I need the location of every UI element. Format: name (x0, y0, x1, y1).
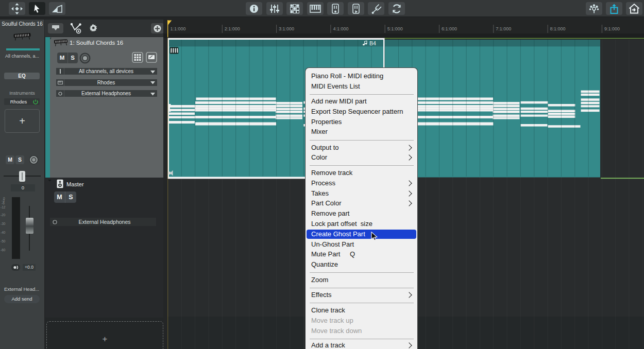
svg-text:B4: B4 (369, 40, 376, 46)
svg-text:2:1:000: 2:1:000 (225, 26, 240, 31)
svg-text:1:1:000: 1:1:000 (171, 26, 186, 31)
svg-text:9:1:000: 9:1:000 (604, 26, 620, 31)
svg-text:3:1:000: 3:1:000 (279, 26, 294, 31)
svg-text:8:1:000: 8:1:000 (550, 26, 566, 31)
svg-text:5:1:000: 5:1:000 (387, 26, 403, 31)
svg-text:7:1:000: 7:1:000 (496, 26, 511, 31)
svg-text:6:1:000: 6:1:000 (442, 26, 457, 31)
svg-text:4:1:000: 4:1:000 (333, 26, 348, 31)
